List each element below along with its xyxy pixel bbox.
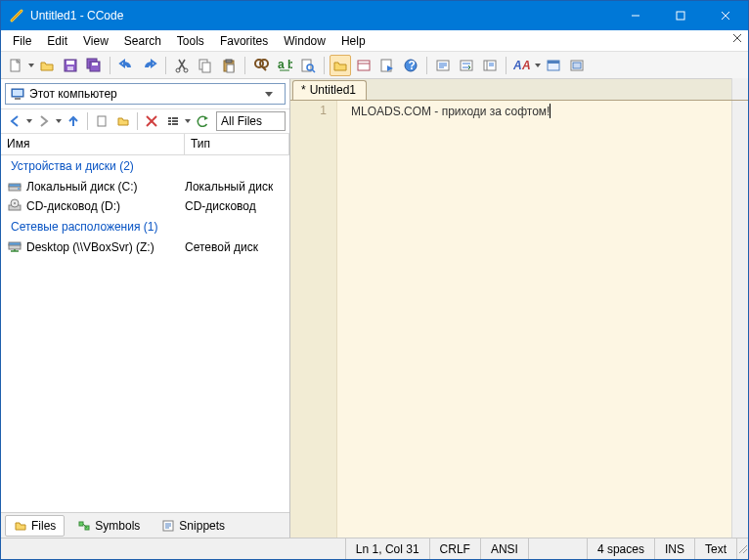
toolbar-separator (110, 57, 110, 74)
location-combo[interactable]: Этот компьютер (5, 83, 286, 105)
nav-up-icon[interactable] (64, 111, 83, 131)
help-icon[interactable]: ? (400, 55, 421, 76)
menu-favorites[interactable]: Favorites (212, 32, 276, 50)
maximize-button[interactable] (658, 1, 703, 30)
tab-label: Files (31, 519, 56, 533)
status-indent[interactable]: 4 spaces (587, 538, 654, 559)
app-icon (9, 8, 24, 23)
code-editor[interactable]: 1 MLOADS.COM - приходи за софтом! (290, 101, 748, 538)
col-type[interactable]: Тип (185, 134, 289, 154)
tab-snippets[interactable]: Snippets (153, 515, 234, 537)
svg-point-16 (184, 68, 188, 72)
word-wrap-icon[interactable] (432, 55, 454, 76)
tab-scroll-stub (731, 78, 748, 100)
undo-icon[interactable] (115, 55, 137, 76)
status-insert[interactable]: INS (654, 538, 694, 559)
menu-tools[interactable]: Tools (169, 32, 212, 50)
dropdown-icon[interactable] (56, 114, 62, 128)
close-button[interactable] (703, 1, 748, 30)
find-icon[interactable] (250, 55, 272, 76)
delete-icon[interactable] (142, 111, 161, 131)
dropdown-icon[interactable] (535, 58, 541, 73)
toolbar-separator (165, 57, 166, 74)
toggle-sidebar-icon[interactable] (330, 55, 351, 76)
tree-row[interactable]: CD-дисковод (D:) CD-дисковод (1, 196, 289, 216)
new-file-icon[interactable] (92, 111, 111, 131)
new-folder-icon[interactable] (113, 111, 133, 131)
status-language[interactable]: Text (694, 538, 736, 559)
file-tree[interactable]: Имя Тип Устройства и диски (2) Локальный… (1, 134, 289, 512)
copy-icon[interactable] (195, 55, 216, 76)
tab-label: Snippets (179, 519, 225, 533)
tab-files[interactable]: Files (5, 515, 65, 537)
svg-rect-26 (302, 60, 311, 71)
replace-icon[interactable]: a b (274, 55, 295, 76)
toolbar-separator (324, 57, 325, 74)
save-icon[interactable] (60, 55, 81, 76)
svg-rect-59 (98, 116, 106, 126)
filter-input[interactable]: All Files (216, 111, 286, 131)
svg-rect-54 (13, 90, 22, 96)
run-script-icon[interactable] (376, 55, 398, 76)
open-folder-icon[interactable] (36, 55, 58, 76)
paste-icon[interactable] (218, 55, 240, 76)
find-in-files-icon[interactable] (297, 55, 319, 76)
vertical-scrollbar[interactable] (731, 101, 748, 538)
nav-forward-icon[interactable] (34, 111, 54, 131)
code-area[interactable]: MLOADS.COM - приходи за софтом! (337, 101, 731, 538)
status-position[interactable]: Ln 1, Col 31 (345, 538, 429, 559)
tree-row[interactable]: Desktop (\\VBoxSvr) (Z:) Сетевой диск (1, 237, 289, 257)
document-tab[interactable]: * Untitled1 (292, 80, 367, 100)
nav-back-icon[interactable] (5, 111, 24, 131)
minimize-button[interactable] (613, 1, 658, 30)
new-file-icon[interactable] (5, 55, 26, 76)
svg-marker-57 (26, 119, 32, 123)
computer-icon (10, 87, 25, 101)
dropdown-icon[interactable] (185, 114, 191, 128)
show-whitespace-icon[interactable] (456, 55, 477, 76)
svg-rect-71 (9, 184, 21, 187)
view-list-icon[interactable] (163, 111, 183, 131)
svg-rect-62 (168, 117, 171, 119)
svg-rect-14 (92, 63, 98, 65)
svg-line-86 (743, 549, 747, 553)
tab-label: Symbols (95, 519, 140, 533)
tab-title: Untitled1 (310, 83, 356, 97)
refresh-icon[interactable] (193, 111, 212, 131)
svg-rect-64 (168, 120, 171, 122)
svg-rect-55 (15, 98, 21, 100)
status-spacer (528, 538, 587, 559)
menu-window[interactable]: Window (276, 32, 333, 50)
tab-symbols[interactable]: Symbols (68, 515, 149, 537)
save-all-icon[interactable] (83, 55, 105, 76)
menu-file[interactable]: File (5, 32, 39, 50)
svg-point-15 (176, 68, 180, 72)
main-toolbar: a b ? AA (1, 52, 748, 79)
modified-indicator: * (301, 83, 306, 97)
view-mode-icon[interactable] (543, 55, 564, 76)
status-eol[interactable]: CRLF (429, 538, 480, 559)
font-style-icon[interactable]: AA (511, 55, 533, 76)
dropdown-icon[interactable] (28, 58, 34, 73)
menu-edit[interactable]: Edit (39, 32, 75, 50)
svg-rect-52 (573, 63, 581, 68)
row-type: CD-дисковод (185, 199, 289, 213)
group-devices[interactable]: Устройства и диски (2) (1, 155, 289, 177)
group-network[interactable]: Сетевые расположения (1) (1, 216, 289, 237)
menu-view[interactable]: View (75, 32, 116, 50)
resize-grip[interactable] (736, 538, 748, 559)
redo-icon[interactable] (139, 55, 160, 76)
fullscreen-icon[interactable] (566, 55, 588, 76)
panel-close-icon[interactable] (732, 33, 742, 43)
dropdown-icon[interactable] (26, 114, 32, 128)
col-name[interactable]: Имя (1, 134, 185, 154)
cut-icon[interactable] (171, 55, 193, 76)
svg-rect-10 (66, 61, 74, 65)
menu-search[interactable]: Search (116, 32, 169, 50)
line-numbers-icon[interactable] (479, 55, 501, 76)
menu-help[interactable]: Help (333, 32, 374, 50)
status-encoding[interactable]: ANSI (480, 538, 528, 559)
tree-row[interactable]: Локальный диск (C:) Локальный диск (1, 177, 289, 196)
toggle-output-icon[interactable] (353, 55, 374, 76)
filter-text: All Files (221, 114, 262, 128)
